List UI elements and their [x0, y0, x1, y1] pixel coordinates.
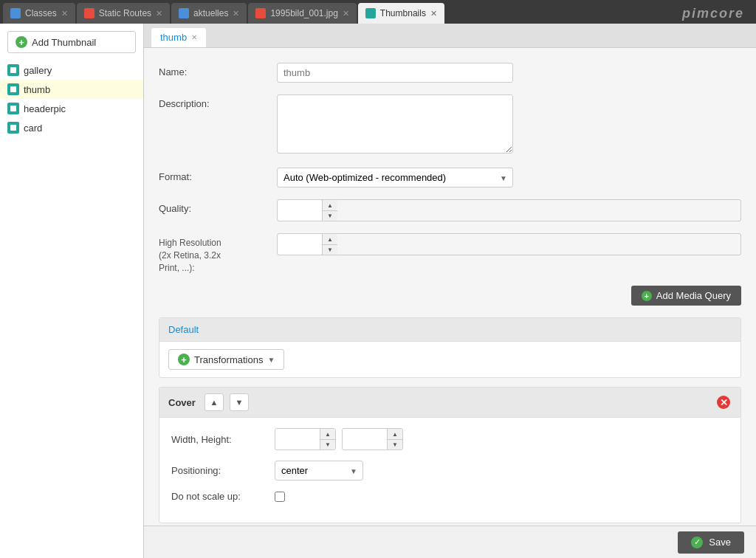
description-row: Description: — [159, 94, 741, 156]
name-row: Name: — [159, 63, 741, 83]
thumbnails-icon — [365, 8, 376, 18]
svg-rect-0 — [10, 67, 16, 73]
inner-tab-close[interactable]: ✕ — [191, 33, 197, 41]
width-input[interactable]: 500 — [275, 429, 320, 450]
svg-rect-2 — [10, 106, 16, 111]
high-res-label: High Resolution(2x Retina, 3.2xPrint, ..… — [159, 233, 277, 274]
content-area: thumb ✕ Name: Description: F — [144, 24, 756, 558]
quality-down-button[interactable]: ▼ — [323, 210, 337, 221]
do-not-scale-label: Do not scale up: — [171, 491, 275, 502]
height-down-button[interactable]: ▼ — [388, 439, 402, 450]
width-spinner: 500 ▲ ▼ — [275, 428, 336, 450]
cover-delete-button[interactable]: ✕ — [715, 394, 732, 410]
width-down-button[interactable]: ▼ — [320, 439, 335, 450]
cover-section-body: Width, Height: 500 ▲ ▼ 500 — [159, 418, 740, 523]
sidebar: + Add Thumbnail gallery thumb headerp — [0, 24, 144, 558]
save-button[interactable]: ✓ Save — [678, 531, 744, 554]
format-select[interactable]: Auto (Web-optimized - recommended) JPEG … — [277, 168, 513, 187]
gallery-icon — [7, 64, 19, 76]
sidebar-item-gallery[interactable]: gallery — [0, 61, 143, 80]
name-input[interactable] — [277, 63, 513, 83]
width-height-row: Width, Height: 500 ▲ ▼ 500 — [171, 428, 729, 450]
high-res-row: High Resolution(2x Retina, 3.2xPrint, ..… — [159, 233, 741, 274]
description-input[interactable] — [277, 94, 513, 154]
quality-input[interactable]: 80 — [278, 200, 322, 221]
tab-image[interactable]: 1995bild_001.jpg ✕ — [248, 3, 356, 24]
quality-label: Quality: — [159, 199, 277, 214]
format-select-wrapper: Auto (Web-optimized - recommended) JPEG … — [277, 168, 513, 187]
do-not-scale-row: Do not scale up: — [171, 491, 729, 502]
positioning-row: Positioning: center top bottom left righ… — [171, 461, 729, 480]
default-section: Default + Transformations ▼ — [159, 317, 741, 378]
media-query-plus-icon: + — [642, 291, 652, 301]
quality-field-wrapper: 80 ▲ ▼ — [277, 199, 741, 221]
cover-down-button[interactable]: ▼ — [230, 393, 249, 411]
card-icon — [7, 122, 19, 134]
svg-rect-3 — [10, 125, 16, 131]
add-media-query-button[interactable]: + Add Media Query — [631, 286, 741, 306]
tab-bar: Classes ✕ Static Routes ✕ aktuelles ✕ 19… — [0, 0, 756, 24]
do-not-scale-checkbox[interactable] — [275, 492, 285, 502]
media-query-row: + Add Media Query — [159, 286, 741, 306]
sidebar-list: gallery thumb headerpic card — [0, 61, 143, 137]
height-input[interactable]: 500 — [343, 429, 387, 450]
high-res-down-button[interactable]: ▼ — [323, 244, 337, 255]
aktuelles-icon — [179, 8, 189, 18]
format-row: Format: Auto (Web-optimized - recommende… — [159, 168, 741, 187]
transformations-dropdown-icon: ▼ — [267, 356, 275, 364]
positioning-select[interactable]: center top bottom left right — [275, 461, 363, 480]
tab-close-image[interactable]: ✕ — [343, 9, 349, 18]
quality-spinner: 80 ▲ ▼ — [277, 199, 741, 221]
svg-rect-1 — [10, 86, 16, 92]
tab-close-thumbnails[interactable]: ✕ — [430, 9, 437, 18]
tab-classes[interactable]: Classes ✕ — [3, 3, 75, 24]
sidebar-item-card[interactable]: card — [0, 118, 143, 137]
static-routes-icon — [84, 8, 94, 18]
pimcore-brand: pimcore — [682, 3, 756, 24]
height-up-button[interactable]: ▲ — [388, 429, 402, 439]
inner-tab-thumb[interactable]: thumb ✕ — [151, 28, 206, 47]
headerpic-icon — [7, 103, 19, 114]
footer: ✓ Save — [144, 526, 756, 558]
default-section-body: + Transformations ▼ — [159, 342, 740, 377]
tab-aktuelles[interactable]: aktuelles ✕ — [171, 3, 247, 24]
high-res-input[interactable]: 0 — [278, 234, 322, 255]
width-up-button[interactable]: ▲ — [320, 429, 335, 439]
tab-close-aktuelles[interactable]: ✕ — [233, 9, 239, 18]
thumb-icon — [7, 83, 19, 95]
description-field-wrapper — [277, 94, 741, 156]
positioning-select-wrapper: center top bottom left right — [275, 461, 363, 480]
width-height-label: Width, Height: — [171, 434, 275, 445]
cover-up-button[interactable]: ▲ — [205, 393, 224, 411]
form-area: Name: Description: Format: Auto (We — [144, 48, 756, 526]
delete-icon: ✕ — [717, 396, 730, 409]
high-res-spinner: 0 ▲ ▼ — [277, 233, 741, 255]
quality-up-button[interactable]: ▲ — [323, 200, 337, 210]
high-res-field-wrapper: 0 ▲ ▼ — [277, 233, 741, 255]
main-layout: + Add Thumbnail gallery thumb headerp — [0, 24, 756, 558]
tab-close-static-routes[interactable]: ✕ — [156, 9, 162, 18]
image-icon — [255, 8, 266, 18]
sidebar-item-thumb[interactable]: thumb — [0, 80, 143, 99]
width-height-inputs: 500 ▲ ▼ 500 ▲ ▼ — [275, 428, 403, 450]
cover-section: Cover ▲ ▼ ✕ Width, Height: 500 — [159, 387, 741, 523]
add-icon: + — [16, 36, 27, 48]
default-section-header: Default — [159, 318, 740, 342]
positioning-label: Positioning: — [171, 465, 275, 476]
description-label: Description: — [159, 94, 277, 109]
height-spinner: 500 ▲ ▼ — [342, 428, 403, 450]
add-thumbnail-button[interactable]: + Add Thumbnail — [7, 31, 136, 53]
inner-tab-strip: thumb ✕ — [144, 24, 756, 48]
tab-static-routes[interactable]: Static Routes ✕ — [77, 3, 170, 24]
name-field-wrapper — [277, 63, 741, 83]
format-label: Format: — [159, 168, 277, 182]
cover-section-header: Cover ▲ ▼ ✕ — [159, 388, 740, 418]
sidebar-item-headerpic[interactable]: headerpic — [0, 99, 143, 118]
transformations-plus-icon: + — [178, 354, 190, 365]
tab-thumbnails[interactable]: Thumbnails ✕ — [358, 3, 444, 24]
tab-close-classes[interactable]: ✕ — [61, 9, 68, 18]
transformations-button[interactable]: + Transformations ▼ — [168, 349, 284, 370]
save-check-icon: ✓ — [691, 537, 703, 548]
high-res-up-button[interactable]: ▲ — [323, 234, 337, 244]
classes-icon — [10, 8, 21, 18]
